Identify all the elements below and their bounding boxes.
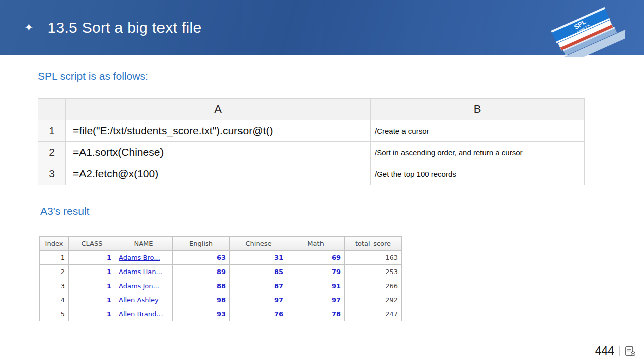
cell-total-score: 247 [345,307,402,321]
cell-english: 63 [173,251,230,265]
col-header-chinese: Chinese [230,237,287,251]
cell-chinese: 76 [230,307,287,321]
cell-index: 1 [40,251,69,265]
result-grid: Index CLASS NAME English Chinese Math to… [39,236,402,321]
cell-class: 1 [69,265,115,279]
cell-total-score: 292 [345,293,402,307]
footer: 444 [595,344,636,358]
cell-english: 93 [173,307,230,321]
cell-index: 4 [40,293,69,307]
cell-name: Allen Ashley [115,293,173,307]
result-row: 2 1 Adams Han... 89 85 79 253 [40,265,402,279]
col-header-name: NAME [115,237,173,251]
page-title: 13.5 Sort a big text file [47,19,201,36]
document-icon [625,346,636,356]
row-number: 2 [38,142,66,163]
cell-math: 97 [287,293,345,307]
cell-b1-comment: /Create a cursor [371,120,585,142]
cell-class: 1 [69,307,115,321]
cell-index: 2 [40,265,69,279]
sparkle-icon: ✦ [24,21,33,34]
col-header-english: English [173,237,230,251]
spl-cookbook-logo: SPL COOKBOOK [544,1,630,57]
script-header-row: A B [38,99,585,120]
result-row: 5 1 Allen Brand... 93 76 78 247 [40,307,402,321]
cell-name: Adams Bro... [115,251,173,265]
col-header-math: Math [287,237,345,251]
script-intro-label: SPL script is as follows: [38,70,148,82]
cell-english: 88 [173,279,230,293]
cell-class: 1 [69,279,115,293]
result-row: 3 1 Adams Jon... 88 87 91 266 [40,279,402,293]
cell-name: Adams Jon... [115,279,173,293]
cell-a2-code: =A1.sortx(Chinese) [66,142,371,163]
cell-b2-comment: /Sort in ascending order, and return a c… [371,142,585,163]
col-header-class: CLASS [69,237,115,251]
cell-total-score: 163 [345,251,402,265]
cell-english: 89 [173,265,230,279]
cell-name: Adams Han... [115,265,173,279]
column-header-a: A [66,99,371,120]
cell-name: Allen Brand... [115,307,173,321]
books-icon: SPL COOKBOOK [544,1,630,57]
cell-math: 91 [287,279,345,293]
row-number: 1 [38,120,66,142]
col-header-total-score: total_score [345,237,402,251]
col-header-index: Index [40,237,69,251]
cell-math: 69 [287,251,345,265]
cell-chinese: 31 [230,251,287,265]
cell-index: 3 [40,279,69,293]
cell-class: 1 [69,251,115,265]
result-row: 4 1 Allen Ashley 98 97 97 292 [40,293,402,307]
row-number: 3 [38,163,66,185]
slide: ✦ 13.5 Sort a big text file SPL COOKBOOK [0,0,644,362]
cell-total-score: 266 [345,279,402,293]
spl-script-table: A B 1 =file("E:/txt/students_score.txt")… [38,98,585,185]
result-header-row: Index CLASS NAME English Chinese Math to… [40,237,402,251]
script-row-3: 3 =A2.fetch@x(100) /Get the top 100 reco… [38,163,585,185]
cell-chinese: 87 [230,279,287,293]
cell-index: 5 [40,307,69,321]
result-row: 1 1 Adams Bro... 63 31 69 163 [40,251,402,265]
cell-chinese: 97 [230,293,287,307]
cell-total-score: 253 [345,265,402,279]
cell-b3-comment: /Get the top 100 records [371,163,585,185]
cell-english: 98 [173,293,230,307]
result-label: A3's result [40,205,89,217]
cell-math: 79 [287,265,345,279]
script-row-2: 2 =A1.sortx(Chinese) /Sort in ascending … [38,142,585,163]
header-banner: ✦ 13.5 Sort a big text file SPL COOKBOOK [0,0,644,55]
footer-divider [619,346,620,356]
script-row-1: 1 =file("E:/txt/students_score.txt").cur… [38,120,585,142]
corner-cell [38,99,66,120]
cell-a1-code: =file("E:/txt/students_score.txt").curso… [66,120,371,142]
cell-math: 78 [287,307,345,321]
cell-a3-code: =A2.fetch@x(100) [66,163,371,185]
column-header-b: B [371,99,585,120]
cell-chinese: 85 [230,265,287,279]
cell-class: 1 [69,293,115,307]
page-number: 444 [595,344,614,358]
